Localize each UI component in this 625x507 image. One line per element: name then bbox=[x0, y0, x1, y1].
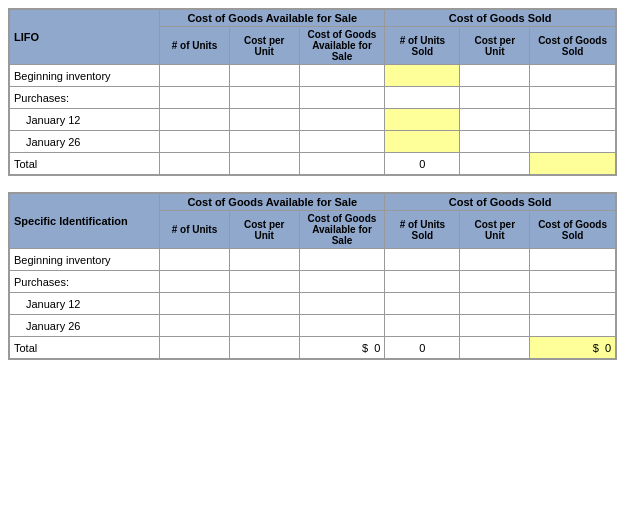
lifo-units-sold-total[interactable]: 0 bbox=[385, 153, 460, 175]
specific-id-cost-unit-beginning[interactable] bbox=[229, 249, 299, 271]
lifo-cost-unit-purchases[interactable] bbox=[229, 87, 299, 109]
lifo-col-cost-per-unit2: Cost per Unit bbox=[460, 27, 530, 65]
lifo-cost-unit-beginning[interactable] bbox=[229, 65, 299, 87]
lifo-cost-unit-jan12[interactable] bbox=[229, 109, 299, 131]
lifo-section1-header: Cost of Goods Available for Sale bbox=[160, 10, 385, 27]
specific-id-cost-unit2-total[interactable] bbox=[460, 337, 530, 359]
lifo-cost-unit-total[interactable] bbox=[229, 153, 299, 175]
specific-id-cogs-avail-purchases[interactable] bbox=[299, 271, 385, 293]
specific-id-cogs-avail-beginning[interactable] bbox=[299, 249, 385, 271]
specific-id-cost-unit-jan12[interactable] bbox=[229, 293, 299, 315]
lifo-units-sold-jan12[interactable] bbox=[385, 109, 460, 131]
lifo-col-units: # of Units bbox=[160, 27, 230, 65]
specific-id-cost-unit2-beginning[interactable] bbox=[460, 249, 530, 271]
lifo-row-beginning: Beginning inventory bbox=[10, 65, 616, 87]
specific-id-cogs-avail-jan12[interactable] bbox=[299, 293, 385, 315]
lifo-units-jan12[interactable] bbox=[160, 109, 230, 131]
lifo-label-jan12: January 12 bbox=[10, 109, 160, 131]
specific-id-cost-unit-total[interactable] bbox=[229, 337, 299, 359]
specific-id-row-beginning: Beginning inventory bbox=[10, 249, 616, 271]
lifo-units-sold-jan26[interactable] bbox=[385, 131, 460, 153]
lifo-cost-unit2-purchases[interactable] bbox=[460, 87, 530, 109]
specific-id-section1-header: Cost of Goods Available for Sale bbox=[160, 194, 385, 211]
specific-id-col-units-sold: # of Units Sold bbox=[385, 211, 460, 249]
lifo-units-sold-purchases[interactable] bbox=[385, 87, 460, 109]
lifo-row-jan12: January 12 bbox=[10, 109, 616, 131]
specific-id-units-beginning[interactable] bbox=[160, 249, 230, 271]
specific-id-label-total: Total bbox=[10, 337, 160, 359]
lifo-row-purchases: Purchases: bbox=[10, 87, 616, 109]
lifo-cogs-sold-jan26[interactable] bbox=[530, 131, 616, 153]
specific-id-cogs-sold-beginning[interactable] bbox=[530, 249, 616, 271]
lifo-label-total: Total bbox=[10, 153, 160, 175]
specific-id-row-total: Total $ 0 0 $ 0 bbox=[10, 337, 616, 359]
specific-id-units-sold-beginning[interactable] bbox=[385, 249, 460, 271]
lifo-units-beginning[interactable] bbox=[160, 65, 230, 87]
lifo-cogs-avail-beginning[interactable] bbox=[299, 65, 385, 87]
lifo-cost-unit2-beginning[interactable] bbox=[460, 65, 530, 87]
lifo-units-jan26[interactable] bbox=[160, 131, 230, 153]
specific-id-col-cost-per-unit: Cost per Unit bbox=[229, 211, 299, 249]
specific-id-cost-unit2-jan26[interactable] bbox=[460, 315, 530, 337]
specific-id-section2-header: Cost of Goods Sold bbox=[385, 194, 616, 211]
lifo-col-cost-per-unit: Cost per Unit bbox=[229, 27, 299, 65]
specific-id-cogs-sold-jan26[interactable] bbox=[530, 315, 616, 337]
lifo-cost-unit2-jan26[interactable] bbox=[460, 131, 530, 153]
specific-id-cogs-avail-jan26[interactable] bbox=[299, 315, 385, 337]
lifo-title: LIFO bbox=[10, 10, 160, 65]
specific-id-units-jan12[interactable] bbox=[160, 293, 230, 315]
specific-id-table: Specific Identification Cost of Goods Av… bbox=[8, 192, 617, 360]
lifo-col-units-sold: # of Units Sold bbox=[385, 27, 460, 65]
lifo-cogs-sold-total[interactable] bbox=[530, 153, 616, 175]
cogs-avail-val: 0 bbox=[374, 342, 380, 354]
specific-id-units-sold-jan26[interactable] bbox=[385, 315, 460, 337]
specific-id-row-jan12: January 12 bbox=[10, 293, 616, 315]
specific-id-title: Specific Identification bbox=[10, 194, 160, 249]
specific-id-col-cogs-avail: Cost of Goods Available for Sale bbox=[299, 211, 385, 249]
cogs-sold-prefix: $ bbox=[593, 342, 599, 354]
lifo-section2-header: Cost of Goods Sold bbox=[385, 10, 616, 27]
lifo-cost-unit-jan26[interactable] bbox=[229, 131, 299, 153]
specific-id-cogs-sold-jan12[interactable] bbox=[530, 293, 616, 315]
lifo-label-beginning: Beginning inventory bbox=[10, 65, 160, 87]
specific-id-label-jan12: January 12 bbox=[10, 293, 160, 315]
specific-id-cost-unit2-jan12[interactable] bbox=[460, 293, 530, 315]
cogs-avail-prefix: $ bbox=[362, 342, 368, 354]
lifo-label-jan26: January 26 bbox=[10, 131, 160, 153]
lifo-cogs-avail-total[interactable] bbox=[299, 153, 385, 175]
specific-id-label-beginning: Beginning inventory bbox=[10, 249, 160, 271]
specific-id-units-sold-purchases[interactable] bbox=[385, 271, 460, 293]
specific-id-col-units: # of Units bbox=[160, 211, 230, 249]
lifo-cost-unit2-total[interactable] bbox=[460, 153, 530, 175]
lifo-cogs-avail-purchases[interactable] bbox=[299, 87, 385, 109]
lifo-cogs-avail-jan12[interactable] bbox=[299, 109, 385, 131]
specific-id-cogs-avail-total[interactable]: $ 0 bbox=[299, 337, 385, 359]
lifo-units-total[interactable] bbox=[160, 153, 230, 175]
lifo-label-purchases: Purchases: bbox=[10, 87, 160, 109]
lifo-cogs-sold-purchases[interactable] bbox=[530, 87, 616, 109]
specific-id-col-cogs-sold: Cost of Goods Sold bbox=[530, 211, 616, 249]
specific-id-cogs-sold-total[interactable]: $ 0 bbox=[530, 337, 616, 359]
lifo-cogs-avail-jan26[interactable] bbox=[299, 131, 385, 153]
specific-id-cost-unit-jan26[interactable] bbox=[229, 315, 299, 337]
specific-id-units-sold-total[interactable]: 0 bbox=[385, 337, 460, 359]
specific-id-row-purchases: Purchases: bbox=[10, 271, 616, 293]
lifo-units-purchases[interactable] bbox=[160, 87, 230, 109]
specific-id-label-jan26: January 26 bbox=[10, 315, 160, 337]
lifo-col-cogs-avail: Cost of Goods Available for Sale bbox=[299, 27, 385, 65]
specific-id-units-purchases[interactable] bbox=[160, 271, 230, 293]
lifo-cost-unit2-jan12[interactable] bbox=[460, 109, 530, 131]
specific-id-units-sold-jan12[interactable] bbox=[385, 293, 460, 315]
lifo-row-jan26: January 26 bbox=[10, 131, 616, 153]
specific-id-cogs-sold-purchases[interactable] bbox=[530, 271, 616, 293]
cogs-sold-val: 0 bbox=[605, 342, 611, 354]
specific-id-cost-unit2-purchases[interactable] bbox=[460, 271, 530, 293]
specific-id-row-jan26: January 26 bbox=[10, 315, 616, 337]
lifo-cogs-sold-beginning[interactable] bbox=[530, 65, 616, 87]
lifo-cogs-sold-jan12[interactable] bbox=[530, 109, 616, 131]
specific-id-cost-unit-purchases[interactable] bbox=[229, 271, 299, 293]
lifo-units-sold-beginning[interactable] bbox=[385, 65, 460, 87]
specific-id-units-jan26[interactable] bbox=[160, 315, 230, 337]
lifo-row-total: Total 0 bbox=[10, 153, 616, 175]
specific-id-units-total[interactable] bbox=[160, 337, 230, 359]
